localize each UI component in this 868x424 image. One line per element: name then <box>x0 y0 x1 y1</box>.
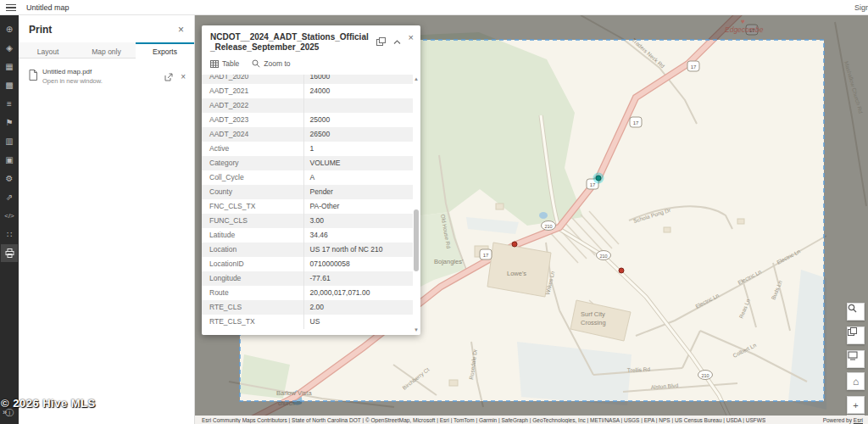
popup-close-icon[interactable]: × <box>409 34 414 42</box>
feature-popup: NCDOT__2024_AADT_Stations_Official_Relea… <box>202 25 420 335</box>
svg-text:Trellis Rd: Trellis Rd <box>627 366 651 373</box>
attribution-bar: Esri Community Maps Contributors | State… <box>195 416 868 424</box>
svg-text:Edgecombe: Edgecombe <box>725 25 764 34</box>
scroll-up-icon[interactable]: ▲ <box>413 76 420 81</box>
attribute-row: FNC_CLS_TXPA-Other <box>202 199 413 214</box>
remove-export-icon[interactable]: × <box>181 74 186 81</box>
aadt-station-selected[interactable] <box>593 173 604 184</box>
monitor-icon <box>848 351 858 360</box>
attribute-row: AADT_2022 <box>202 98 413 113</box>
expand-chevrons-icon[interactable]: » <box>3 408 7 416</box>
svg-text:17: 17 <box>590 182 596 187</box>
map-home-button[interactable]: ⌂ <box>847 372 865 390</box>
tab-exports[interactable]: Exports <box>136 42 194 59</box>
scrollbar-thumb[interactable] <box>414 209 419 271</box>
svg-text:Lowe's: Lowe's <box>507 270 526 277</box>
popup-action-table[interactable]: Table <box>210 59 239 68</box>
home-icon: ⌂ <box>853 376 859 388</box>
scroll-down-icon[interactable]: ▼ <box>413 327 420 332</box>
sidebar-item-tables[interactable]: ▦ <box>1 58 18 75</box>
sidebar-item-add[interactable]: ⊕ <box>1 20 18 38</box>
sidebar-item-embed[interactable]: </> <box>1 207 18 225</box>
popup-action-zoom-to[interactable]: Zoom to <box>252 59 290 68</box>
dock-icon[interactable] <box>376 34 386 49</box>
aadt-station-dot[interactable] <box>619 268 624 273</box>
svg-text:17: 17 <box>633 120 639 126</box>
popup-attribute-table: AADT_202016000 AADT_202124000 AADT_2022 … <box>202 75 413 334</box>
attribute-row: AADT_202325000 <box>202 113 413 127</box>
sidebar-item-legend[interactable]: ≡ <box>1 95 18 113</box>
export-list-item[interactable]: Untitled map.pdf Open in new window. × <box>29 68 186 85</box>
share-icon: ⇗ <box>6 192 13 202</box>
top-app-bar: Untitled map Sign in <box>0 0 868 15</box>
map-slides-button[interactable] <box>847 326 865 344</box>
legend-icon: ≡ <box>7 99 12 109</box>
attribute-row: AADT_202426500 <box>202 127 413 142</box>
embed-icon: </> <box>4 212 14 220</box>
search-icon <box>848 304 857 313</box>
svg-text:Bojangles': Bojangles' <box>434 258 464 265</box>
tables-icon: ▦ <box>5 62 13 71</box>
hamburger-menu-icon[interactable] <box>6 4 16 12</box>
attribute-row: LocationUS 17 north of NC 210 <box>202 243 413 257</box>
attribute-row: Latitude34.46 <box>202 228 413 243</box>
attribute-row: AADT_202016000 <box>202 75 413 84</box>
attribute-row: RTE_CLS_TXUS <box>202 315 413 329</box>
sidebar-item-layers[interactable]: ◈ <box>1 39 18 57</box>
pond <box>539 212 548 219</box>
basemap-icon: ▩ <box>5 81 13 90</box>
svg-text:Crossing: Crossing <box>581 319 606 326</box>
tab-map-only[interactable]: Map only <box>77 42 136 59</box>
print-tabs: Layout Map only Exports <box>19 42 194 59</box>
esri-link[interactable]: Esri <box>854 417 863 423</box>
attribute-row: RTE_CLS2.00 <box>202 300 413 315</box>
save-icon: ▣ <box>5 155 13 165</box>
attribute-row: Longitude-77.61 <box>202 271 413 286</box>
sidebar-item-share[interactable]: ⇗ <box>1 188 18 206</box>
panel-title: Print <box>29 24 52 36</box>
add-icon: ⊕ <box>6 25 13 34</box>
popup-scrollbar[interactable]: ▲ ▼ <box>413 76 420 332</box>
svg-text:Barlow Vista: Barlow Vista <box>276 389 312 397</box>
zoom-in-icon: + <box>853 400 858 410</box>
attribute-row: CountyPender <box>202 185 413 199</box>
svg-text:17: 17 <box>691 64 697 70</box>
sidebar-item-charts[interactable]: ▥ <box>1 132 18 150</box>
svg-text:Surf City: Surf City <box>581 310 605 318</box>
sidebar-item-apps[interactable]: ∷ <box>1 226 18 243</box>
sign-in-button[interactable]: Sign in <box>854 3 868 12</box>
attribute-row: CategoryVOLUME <box>202 156 413 170</box>
open-in-new-icon[interactable] <box>164 70 173 85</box>
attribute-row: AADT_202124000 <box>202 84 413 98</box>
layers-icon: ◈ <box>6 43 13 53</box>
map-search-button[interactable] <box>847 303 865 321</box>
powered-by: Powered by Esri <box>823 417 863 423</box>
export-subtitle: Open in new window. <box>42 77 164 85</box>
printer-icon <box>5 248 14 258</box>
sidebar-item-settings[interactable]: ⚙ <box>1 170 18 187</box>
svg-text:♥: ♥ <box>741 18 745 25</box>
table-icon <box>210 60 219 68</box>
app-window: Lowe's Bojangles' Surf City Crossing Bar… <box>0 0 868 424</box>
sidebar-item-basemap[interactable]: ▩ <box>1 76 18 94</box>
chart-icon: ▥ <box>5 137 13 146</box>
attribute-row: LocationID0710000058 <box>202 257 413 271</box>
map-zoom-in-button[interactable]: + <box>847 396 865 414</box>
svg-text:210: 210 <box>599 254 607 259</box>
map-fullscreen-button[interactable] <box>847 350 865 368</box>
attribute-row: Route20,000,017,071.00 <box>202 286 413 300</box>
popup-title: NCDOT__2024_AADT_Stations_Official_Relea… <box>210 32 370 53</box>
sidebar-item-bookmarks[interactable]: ⚑ <box>1 114 18 131</box>
collapse-icon[interactable] <box>393 34 401 49</box>
sidebar-item-print[interactable] <box>1 244 18 262</box>
magnifier-icon <box>252 59 260 68</box>
aadt-station-dot[interactable] <box>512 242 517 247</box>
sidebar-item-save[interactable]: ▣ <box>1 151 18 169</box>
gear-icon: ⚙ <box>6 174 14 183</box>
slides-icon <box>848 327 857 337</box>
panel-close-icon[interactable]: × <box>178 25 184 34</box>
svg-text:210: 210 <box>701 373 709 378</box>
pdf-file-icon <box>29 69 37 84</box>
tab-layout[interactable]: Layout <box>19 42 77 59</box>
document-title: Untitled map <box>26 3 70 12</box>
